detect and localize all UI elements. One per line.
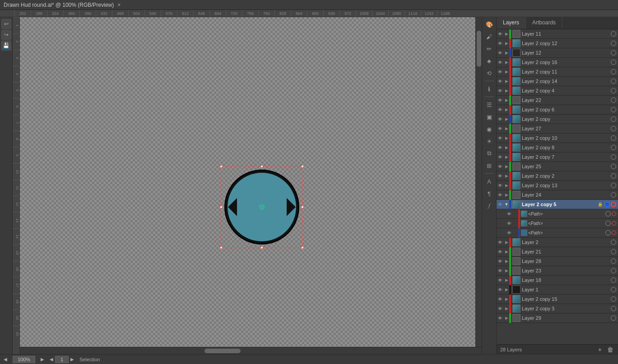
layer-row[interactable]: 👁 ▶ Layer 25	[497, 162, 618, 171]
layer-visibility-toggle[interactable]: 👁	[497, 134, 504, 143]
layer-visibility-toggle[interactable]: 👁	[497, 200, 504, 209]
layer-visibility-toggle[interactable]: 👁	[497, 86, 504, 96]
layer-expand-toggle[interactable]	[513, 209, 518, 219]
layer-row[interactable]: 👁 ▶ Layer 2 copy 6	[497, 105, 618, 115]
layer-visibility-toggle[interactable]: 👁	[497, 181, 504, 190]
prev-page-button[interactable]: ◀	[50, 357, 53, 362]
layer-target-circle[interactable]	[611, 249, 616, 254]
artboard-input[interactable]: 1	[55, 356, 69, 363]
layer-visibility-toggle[interactable]: 👁	[497, 152, 504, 162]
layer-visibility-toggle[interactable]: 👁	[497, 67, 504, 77]
prev-artboard-button[interactable]: ◀	[4, 357, 7, 362]
zoom-input[interactable]: 100%	[13, 356, 35, 363]
layer-visibility-toggle[interactable]: 👁	[497, 247, 504, 257]
layer-target-circle[interactable]	[611, 240, 616, 245]
layer-row[interactable]: 👁 ▶ Layer 29	[497, 313, 618, 323]
tool-menu[interactable]: ☰	[484, 99, 495, 110]
layer-target-circle[interactable]	[611, 126, 616, 131]
vscrollbar-thumb[interactable]	[477, 31, 481, 67]
tool-copy[interactable]: ⧉	[484, 148, 495, 159]
new-layer-button[interactable]: +	[597, 346, 603, 353]
layer-expand-toggle[interactable]: ▶	[504, 134, 509, 143]
layer-visibility-toggle[interactable]: 👁	[506, 209, 513, 219]
layer-expand-toggle[interactable]: ▶	[504, 171, 509, 181]
layer-row-active[interactable]: 👁 ▼ Layer 2 copy 5 🔒	[497, 200, 618, 209]
tab-layers[interactable]: Layers	[497, 17, 526, 29]
layer-expand-toggle[interactable]: ▶	[504, 276, 509, 285]
layer-expand-toggle[interactable]: ▶	[504, 115, 509, 124]
layer-row[interactable]: 👁 ▶ Layer 2 copy	[497, 115, 618, 124]
vertical-scrollbar[interactable]	[475, 17, 482, 347]
layer-expand-toggle[interactable]: ▶	[504, 124, 509, 134]
layer-row[interactable]: 👁 ▶ Layer 18	[497, 276, 618, 285]
layer-row[interactable]: 👁 ▶ Layer 2 copy 4	[497, 86, 618, 96]
layer-row[interactable]: 👁 ▶ Layer 21	[497, 247, 618, 257]
layer-target-circle[interactable]	[611, 287, 616, 292]
layer-visibility-toggle[interactable]: 👁	[497, 115, 504, 124]
layer-expand-toggle[interactable]: ▼	[504, 200, 509, 209]
layer-row-sublayer[interactable]: 👁 <Path>	[497, 228, 618, 238]
tool-color-picker[interactable]: 🖌	[484, 31, 495, 42]
delete-layer-button[interactable]: 🗑	[606, 346, 614, 353]
tool-italic[interactable]: 𝑓	[484, 200, 495, 211]
tool-save[interactable]: 💾	[1, 41, 11, 51]
layer-expand-toggle[interactable]	[513, 219, 518, 228]
layer-visibility-toggle[interactable]: 👁	[497, 124, 504, 134]
layer-expand-toggle[interactable]: ▶	[504, 295, 509, 304]
layer-row[interactable]: 👁 ▶ Layer 2 copy 11	[497, 67, 618, 77]
tool-transform[interactable]: ⟲	[484, 68, 495, 78]
layer-row[interactable]: 👁 ▶ Layer 22	[497, 96, 618, 105]
layer-visibility-toggle[interactable]: 👁	[497, 162, 504, 171]
layer-target-circle[interactable]	[611, 78, 616, 84]
layer-target-circle[interactable]	[611, 258, 616, 264]
sublayer-target-circle[interactable]	[605, 211, 611, 217]
layer-target-circle[interactable]	[611, 277, 616, 283]
layer-row[interactable]: 👁 ▶ Layer 27	[497, 124, 618, 134]
layer-target-circle[interactable]	[611, 183, 616, 188]
layer-visibility-toggle[interactable]: 👁	[497, 257, 504, 266]
layer-expand-toggle[interactable]	[513, 228, 518, 238]
layer-target-circle[interactable]	[611, 97, 616, 103]
layer-visibility-toggle[interactable]: 👁	[497, 77, 504, 86]
layer-visibility-toggle[interactable]: 👁	[506, 228, 513, 238]
layer-expand-toggle[interactable]: ▶	[504, 238, 509, 247]
layer-expand-toggle[interactable]: ▶	[504, 29, 509, 39]
tool-type-A[interactable]: A	[484, 176, 495, 187]
layer-expand-toggle[interactable]: ▶	[504, 190, 509, 200]
layer-visibility-toggle[interactable]: 👁	[497, 285, 504, 295]
layer-target-circle[interactable]	[611, 135, 616, 141]
layer-visibility-toggle[interactable]: 👁	[497, 96, 504, 105]
horizontal-scrollbar[interactable]	[20, 347, 482, 354]
layer-target-circle[interactable]	[611, 164, 616, 169]
layer-row[interactable]: 👁 ▶ Layer 2 copy 14	[497, 77, 618, 86]
layer-target-circle[interactable]	[611, 31, 616, 37]
layer-visibility-toggle[interactable]: 👁	[497, 190, 504, 200]
layer-expand-toggle[interactable]: ▶	[504, 105, 509, 115]
tool-display[interactable]: ▣	[484, 111, 495, 122]
layer-row[interactable]: 👁 ▶ Layer 11	[497, 29, 618, 39]
layer-target-circle[interactable]	[611, 88, 616, 93]
canvas-area[interactable]	[20, 17, 482, 354]
layer-target-circle[interactable]	[611, 50, 616, 55]
tool-undo[interactable]: ↩	[1, 19, 11, 29]
layer-row[interactable]: 👁 ▶ Layer 12	[497, 48, 618, 58]
layer-visibility-toggle[interactable]: 👁	[497, 58, 504, 67]
layer-target-circle[interactable]	[611, 306, 616, 311]
tool-symbols[interactable]: ♣	[484, 55, 495, 66]
layer-visibility-toggle[interactable]: 👁	[497, 304, 504, 313]
layer-visibility-toggle[interactable]: 👁	[497, 295, 504, 304]
layer-visibility-toggle[interactable]: 👁	[497, 105, 504, 115]
hscrollbar-thumb[interactable]	[204, 349, 241, 353]
layer-expand-toggle[interactable]: ▶	[504, 39, 509, 48]
close-button[interactable]: ×	[117, 2, 121, 8]
layer-expand-toggle[interactable]: ▶	[504, 67, 509, 77]
layer-row[interactable]: 👁 ▶ Layer 28	[497, 257, 618, 266]
layer-target-circle[interactable]	[611, 296, 616, 302]
next-page-button[interactable]: ▶	[70, 357, 74, 362]
layer-visibility-toggle[interactable]: 👁	[497, 266, 504, 276]
layer-visibility-toggle[interactable]: 👁	[506, 219, 513, 228]
layer-row[interactable]: 👁 ▶ Layer 2 copy 7	[497, 152, 618, 162]
layer-visibility-toggle[interactable]: 👁	[497, 29, 504, 39]
tool-sun[interactable]: ☀	[484, 136, 495, 147]
layer-visibility-toggle[interactable]: 👁	[497, 48, 504, 58]
